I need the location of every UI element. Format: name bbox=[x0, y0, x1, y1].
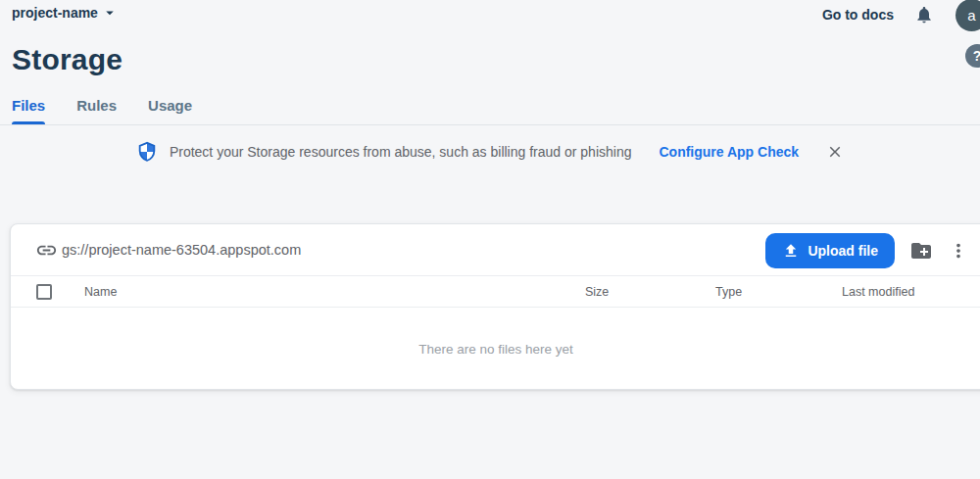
notifications-bell-icon[interactable] bbox=[914, 5, 934, 24]
column-header-type: Type bbox=[715, 285, 742, 299]
help-icon[interactable]: ? bbox=[965, 44, 980, 68]
page-title: Storage bbox=[12, 43, 122, 76]
project-name-label: project-name bbox=[12, 5, 98, 21]
create-folder-button[interactable] bbox=[909, 239, 933, 263]
topbar-right: Go to docs a bbox=[822, 0, 980, 31]
column-header-name: Name bbox=[84, 285, 117, 299]
column-header-last-modified: Last modified bbox=[842, 285, 914, 299]
tabs: Files Rules Usage bbox=[12, 97, 192, 124]
bucket-url[interactable]: gs://project-name-63504.appspot.com bbox=[62, 242, 301, 258]
configure-app-check-link[interactable]: Configure App Check bbox=[659, 144, 799, 160]
app-check-banner: Protect your Storage resources from abus… bbox=[0, 137, 980, 167]
upload-icon bbox=[782, 242, 800, 260]
header-actions: Upload file bbox=[765, 233, 969, 268]
avatar[interactable]: a bbox=[956, 0, 980, 31]
file-browser-card: gs://project-name-63504.appspot.com Uplo… bbox=[10, 223, 980, 390]
app-check-message: Protect your Storage resources from abus… bbox=[170, 144, 632, 160]
column-header-size: Size bbox=[585, 285, 609, 299]
link-icon bbox=[35, 239, 58, 262]
tab-usage[interactable]: Usage bbox=[148, 97, 192, 124]
select-all-checkbox[interactable] bbox=[36, 284, 52, 300]
chevron-down-icon bbox=[101, 4, 119, 22]
tab-rules[interactable]: Rules bbox=[76, 97, 117, 124]
tabs-divider bbox=[0, 124, 980, 125]
tab-files[interactable]: Files bbox=[12, 97, 45, 124]
app-check-shield-icon bbox=[136, 141, 158, 163]
go-to-docs-link[interactable]: Go to docs bbox=[822, 7, 894, 23]
upload-file-label: Upload file bbox=[808, 243, 878, 259]
table-header: Name Size Type Last modified bbox=[11, 276, 980, 308]
upload-file-button[interactable]: Upload file bbox=[765, 233, 895, 268]
close-icon[interactable] bbox=[826, 143, 844, 161]
empty-state-message: There are no files here yet bbox=[11, 342, 980, 357]
firebase-storage-page: project-name Go to docs a Storage ? File… bbox=[0, 0, 980, 479]
more-options-button[interactable] bbox=[948, 240, 969, 262]
card-header: gs://project-name-63504.appspot.com Uplo… bbox=[11, 224, 980, 276]
project-selector[interactable]: project-name bbox=[12, 4, 119, 22]
